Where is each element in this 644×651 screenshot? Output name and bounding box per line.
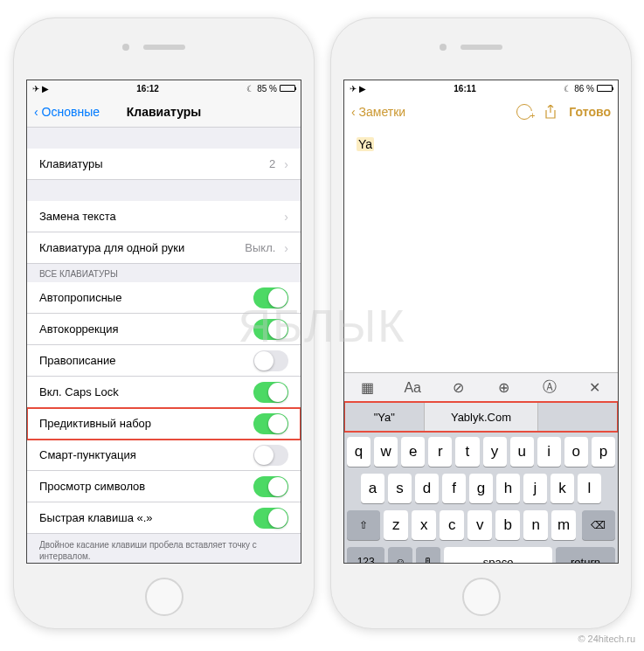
toggle-auto-caps[interactable] [253,287,288,308]
key-s[interactable]: s [388,474,412,503]
prediction-3[interactable] [538,402,618,432]
key-g[interactable]: g [469,474,493,503]
emoji-key[interactable]: ☺ [388,547,412,564]
row-caps-lock: Вкл. Caps Lock [27,377,301,408]
key-f[interactable]: f [442,474,466,503]
row-one-hand[interactable]: Клавиатура для одной руки Выкл. › [27,232,301,264]
speaker [143,45,185,50]
key-x[interactable]: x [412,510,436,540]
collaborate-icon[interactable] [516,104,532,120]
row-text-replace[interactable]: Замена текста › [27,201,301,232]
key-k[interactable]: k [551,474,574,503]
battery-pct: 85 % [257,84,277,93]
row-value: 2 [269,157,275,170]
chevron-left-icon: ‹ [351,105,356,119]
row-label: Клавиатуры [39,157,103,170]
camera-dot [122,44,129,51]
row-label: Вкл. Caps Lock [39,385,119,398]
key-q[interactable]: q [347,437,370,467]
table-icon[interactable]: ▦ [353,379,381,396]
chevron-left-icon: ‹ [34,105,38,119]
row-predictive: Предиктивный набор [27,408,301,440]
dnd-icon: ☾ [564,84,571,93]
numbers-key[interactable]: 123 [347,547,384,564]
shift-key[interactable]: ⇧ [347,510,380,540]
row-keyboards[interactable]: Клавиатуры 2 › [27,149,301,180]
key-b[interactable]: b [495,510,520,540]
checklist-icon[interactable]: ⊘ [444,379,472,396]
key-v[interactable]: v [467,510,492,540]
backspace-key[interactable]: ⌫ [582,510,615,540]
key-y[interactable]: y [483,437,507,467]
home-button[interactable] [462,578,501,616]
key-c[interactable]: c [440,510,464,540]
toggle-auto-correct[interactable] [253,319,288,340]
return-key[interactable]: return [556,547,615,564]
notes-back-button[interactable]: ‹ Заметки [351,105,405,119]
toggle-char-preview[interactable] [253,476,288,497]
wifi-icon: ▶ [359,84,366,93]
battery-pct: 86 % [574,84,594,93]
share-icon[interactable] [544,105,557,119]
key-m[interactable]: m [551,510,576,540]
back-button[interactable]: ‹ Основные [34,105,100,119]
add-icon[interactable]: ⊕ [490,379,518,396]
nav-bar: ‹ Основные Клавиатуры [27,96,301,128]
row-label: Замена текста [39,210,116,223]
prediction-1[interactable]: "Ya" [344,402,424,432]
toggle-spell-check[interactable] [253,350,288,371]
key-h[interactable]: h [496,474,520,503]
key-l[interactable]: l [578,474,601,503]
key-u[interactable]: u [510,437,534,467]
row-label: Автопрописные [39,291,121,304]
note-text: Ya [357,137,374,151]
toggle-smart-punct[interactable] [253,445,288,466]
credit-text: © 24hitech.ru [578,634,635,644]
done-button[interactable]: Готово [569,105,611,119]
key-r[interactable]: r [428,437,452,467]
row-label: Смарт-пунктуация [39,448,136,461]
note-editor[interactable]: Ya [344,128,618,372]
home-button[interactable] [145,578,184,616]
key-o[interactable]: o [564,437,588,467]
prediction-2[interactable]: Yablyk.Com [424,402,537,432]
mic-key[interactable]: 🎙 [416,547,440,564]
text-style-icon[interactable]: Aa [398,380,426,396]
key-p[interactable]: p [592,437,615,467]
prediction-bar: "Ya" Yablyk.Com [344,402,618,432]
battery-icon [280,85,295,92]
section-header: ВСЕ КЛАВИАТУРЫ [27,264,301,282]
status-time: 16:12 [136,84,159,93]
key-t[interactable]: t [455,437,479,467]
row-spell-check: Правописание [27,345,301,377]
key-e[interactable]: e [401,437,425,467]
draw-icon[interactable]: Ⓐ [536,378,564,397]
toggle-shortcut[interactable] [253,508,288,529]
key-n[interactable]: n [523,510,548,540]
key-j[interactable]: j [523,474,547,503]
airplane-icon: ✈︎ [32,84,39,93]
key-i[interactable]: i [537,437,561,467]
space-key[interactable]: space [444,547,552,564]
speaker [460,45,502,50]
toggle-caps-lock[interactable] [253,382,288,403]
row-smart-punct: Смарт-пунктуация [27,440,301,471]
notes-nav: ‹ Заметки Готово [344,96,618,128]
keyboard: qwertyuiop asdfghjkl ⇧ zxcvbnm ⌫ 123 ☺ 🎙… [344,432,618,564]
close-icon[interactable]: ✕ [581,379,609,396]
row-label: Автокоррекция [39,322,119,336]
key-w[interactable]: w [374,437,398,467]
row-char-preview: Просмотр символов [27,471,301,502]
row-label: Клавиатура для одной руки [39,241,184,254]
row-auto-caps: Автопрописные [27,282,301,314]
row-value: Выкл. [245,241,275,254]
phone-left: ✈︎▶ 16:12 ☾85 % ‹ Основные Клавиатуры Кл… [13,17,315,629]
wifi-icon: ▶ [42,84,49,93]
key-a[interactable]: a [361,474,384,503]
key-z[interactable]: z [384,510,408,540]
camera-dot [440,44,447,51]
toggle-predictive[interactable] [253,413,288,434]
chevron-right-icon: › [284,157,288,171]
key-d[interactable]: d [415,474,439,503]
dnd-icon: ☾ [246,84,254,93]
